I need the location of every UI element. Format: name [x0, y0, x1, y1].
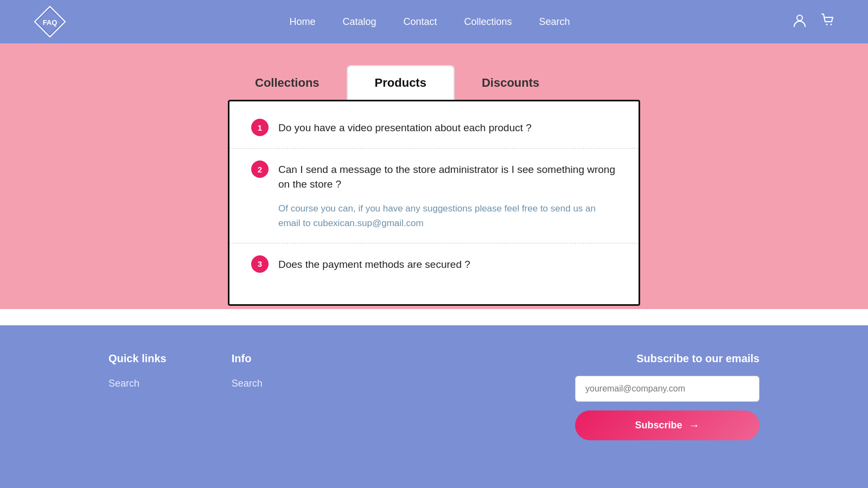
subscribe-button[interactable]: Subscribe → — [575, 410, 760, 440]
faq-question-text-2: Can I send a message to the store admini… — [278, 160, 617, 191]
nav-contact[interactable]: Contact — [403, 16, 437, 28]
footer-subscribe: Subscribe to our emails Subscribe → — [542, 352, 760, 477]
white-gap — [0, 309, 868, 325]
faq-container: Collections Products Discounts 1 Do you … — [228, 65, 640, 306]
faq-question-text-1: Do you have a video presentation about e… — [278, 119, 532, 136]
header-icons — [792, 12, 835, 31]
faq-item-1[interactable]: 1 Do you have a video presentation about… — [229, 107, 639, 149]
logo[interactable]: FAQ — [33, 4, 67, 39]
tab-products[interactable]: Products — [347, 65, 455, 100]
svg-point-4 — [826, 24, 827, 25]
logo-icon: FAQ — [33, 4, 67, 39]
nav-search[interactable]: Search — [539, 16, 570, 28]
faq-panel-wrapper: 1 Do you have a video presentation about… — [228, 100, 640, 306]
subscribe-button-label: Subscribe — [635, 420, 682, 431]
arrow-icon: → — [689, 419, 700, 432]
tab-collections[interactable]: Collections — [228, 66, 347, 100]
faq-panel: 1 Do you have a video presentation about… — [228, 100, 640, 306]
faq-tabs: Collections Products Discounts — [228, 65, 640, 100]
footer-quick-links: Quick links Search — [108, 352, 167, 477]
email-input[interactable] — [575, 376, 760, 402]
faq-number-1: 1 — [251, 119, 269, 136]
faq-question-text-3: Does the payment methods are secured ? — [278, 255, 470, 272]
main-nav: Home Catalog Contact Collections Search — [289, 16, 570, 28]
faq-question-row-3: 3 Does the payment methods are secured ? — [251, 255, 617, 273]
svg-point-3 — [797, 15, 802, 21]
faq-item-3[interactable]: 3 Does the payment methods are secured ? — [229, 243, 639, 285]
svg-point-5 — [830, 24, 832, 25]
footer-info: Info Search — [232, 352, 263, 477]
footer-info-search[interactable]: Search — [232, 378, 263, 389]
footer-quick-links-search[interactable]: Search — [108, 378, 167, 389]
cart-icon[interactable] — [820, 12, 835, 31]
site-footer: Quick links Search Info Search Subscribe… — [0, 325, 868, 488]
footer-links: Quick links Search Info Search — [108, 352, 542, 477]
tab-discounts[interactable]: Discounts — [455, 66, 566, 100]
nav-home[interactable]: Home — [289, 16, 315, 28]
footer-info-title: Info — [232, 352, 263, 365]
footer-quick-links-title: Quick links — [108, 352, 167, 365]
nav-catalog[interactable]: Catalog — [342, 16, 376, 28]
faq-answer-2: Of course you can, if you have any sugge… — [278, 201, 617, 230]
subscribe-title: Subscribe to our emails — [636, 352, 760, 365]
faq-question-row-1: 1 Do you have a video presentation about… — [251, 119, 617, 136]
main-content: Collections Products Discounts 1 Do you … — [0, 43, 868, 309]
site-header: FAQ Home Catalog Contact Collections Sea… — [0, 0, 868, 43]
faq-question-row-2: 2 Can I send a message to the store admi… — [251, 160, 617, 191]
faq-number-3: 3 — [251, 255, 269, 273]
faq-item-2[interactable]: 2 Can I send a message to the store admi… — [229, 149, 639, 243]
faq-number-2: 2 — [251, 160, 269, 178]
user-icon[interactable] — [792, 12, 807, 31]
nav-collections[interactable]: Collections — [464, 16, 512, 28]
svg-text:FAQ: FAQ — [43, 18, 58, 27]
